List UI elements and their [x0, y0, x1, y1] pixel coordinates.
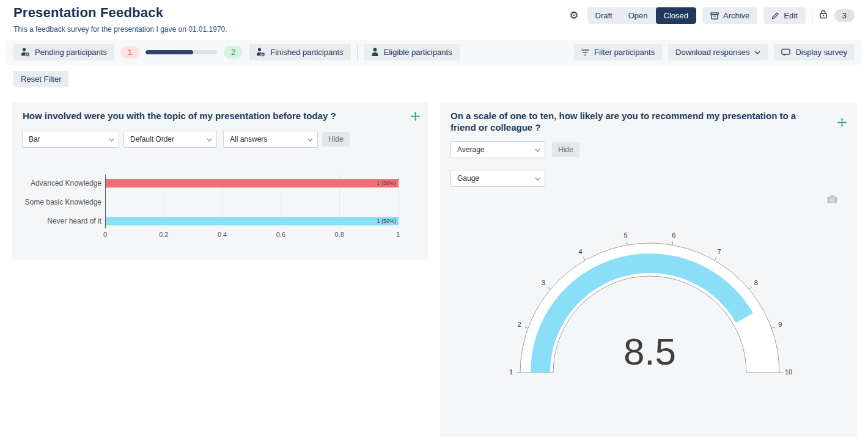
bar-value-label: 1 (50%)	[377, 180, 396, 186]
eligible-participants-label: Eligible participants	[384, 48, 452, 57]
edit-label: Edit	[784, 11, 797, 20]
status-button-open[interactable]: Open	[620, 7, 656, 24]
lock-icon	[818, 9, 828, 22]
question-panel-bar: How involved were you with the topic of …	[12, 102, 428, 260]
filter-icon	[581, 49, 589, 56]
gauge-tick	[524, 327, 528, 328]
status-button-draft[interactable]: Draft	[587, 7, 620, 24]
archive-icon	[710, 12, 719, 20]
settings-button[interactable]: ⚙	[567, 8, 581, 23]
filter-participants-button[interactable]: Filter participants	[574, 44, 662, 60]
eligible-participants-button[interactable]: Eligible participants	[364, 44, 460, 60]
filter-row: Reset Filter	[13, 71, 868, 87]
filter-participants-label: Filter participants	[594, 48, 655, 57]
question-panel-gauge: On a scale of one to ten, how likely are…	[440, 102, 857, 437]
person-x-icon	[21, 48, 30, 57]
category-label: Some basic Knowledge	[12, 198, 101, 206]
gauge-tick-label: 5	[624, 231, 628, 239]
edit-button[interactable]: Edit	[763, 7, 805, 24]
display-survey-button[interactable]: Display survey	[774, 44, 855, 60]
gauge-tick	[548, 287, 551, 289]
pending-participants-label: Pending participants	[35, 48, 107, 57]
download-responses-button[interactable]: Download responses	[668, 44, 768, 60]
x-tick-label: 0.6	[276, 231, 285, 238]
gauge-tick	[583, 257, 585, 260]
page-subtitle: This a feedback survey for the presentat…	[13, 25, 227, 34]
bar-chart: 00.20.40.60.81Advanced Knowledge1 (50%)S…	[12, 102, 428, 260]
display-icon	[781, 48, 790, 57]
gauge-tick	[672, 241, 673, 245]
toolbar-right: Filter participants Download responses D…	[574, 44, 855, 60]
pending-participants-button[interactable]: Pending participants	[13, 44, 114, 60]
gauge-tick-label: 9	[778, 321, 782, 328]
gauge-tick	[771, 327, 775, 328]
bar-value-label: 1 (50%)	[377, 218, 396, 224]
gauge-tick-label: 1	[509, 368, 513, 376]
gauge-tick-label: 6	[672, 231, 675, 239]
page-title: Presentation Feedback	[13, 5, 227, 21]
gauge-tick-label: 3	[542, 279, 545, 286]
header-controls: ⚙ Draft Open Closed Archive Edit	[567, 7, 855, 24]
x-tick-label: 0	[103, 231, 107, 238]
status-button-closed[interactable]: Closed	[656, 7, 696, 24]
gauge-tick-label: 10	[785, 368, 792, 376]
gear-icon: ⚙	[569, 10, 578, 21]
permission-count-badge[interactable]: 3	[834, 9, 855, 22]
bar: 1 (50%)	[106, 217, 399, 225]
gauge-tick-label: 2	[518, 321, 521, 328]
finished-participants-button[interactable]: Finished participants	[249, 44, 350, 60]
toolbar-divider	[357, 45, 358, 60]
person-icon	[371, 48, 379, 57]
archive-button[interactable]: Archive	[702, 7, 757, 24]
participants-toolbar: Pending participants 1 2 Finished partic…	[6, 40, 862, 65]
survey-status-group: Draft Open Closed	[587, 7, 696, 24]
gauge-tick	[715, 257, 716, 260]
survey-dashboard-page: Presentation Feedback This a feedback su…	[0, 0, 868, 444]
category-label: Never heard of it	[12, 217, 101, 225]
participants-progress-bar	[145, 50, 218, 54]
bar: 1 (50%)	[106, 179, 399, 187]
pencil-icon	[771, 12, 779, 20]
archive-label: Archive	[723, 11, 749, 20]
x-tick-label: 1	[396, 231, 400, 238]
gauge-tick-label: 8	[754, 279, 758, 286]
reset-filter-button[interactable]: Reset Filter	[13, 71, 68, 87]
x-tick-label: 0.4	[218, 231, 227, 238]
gauge-tick	[749, 287, 752, 289]
finished-participants-label: Finished participants	[270, 48, 343, 57]
gauge-value: 8.5	[623, 330, 676, 373]
gauge-chart: 123456789108.5	[440, 102, 857, 437]
gauge-tick-label: 4	[578, 248, 582, 255]
person-check-icon	[256, 48, 265, 57]
pending-count-pill: 1	[120, 46, 139, 59]
header-titles: Presentation Feedback This a feedback su…	[13, 5, 227, 34]
chevron-down-icon	[754, 51, 760, 54]
finished-count-pill: 2	[224, 46, 243, 59]
gauge-tick	[627, 241, 627, 245]
download-responses-label: Download responses	[675, 48, 749, 57]
participants-progress-fill	[145, 50, 193, 54]
category-label: Advanced Knowledge	[12, 179, 101, 187]
toolbar-left: Pending participants 1 2 Finished partic…	[13, 44, 460, 60]
x-tick-label: 0.2	[159, 231, 168, 238]
x-tick-label: 0.8	[335, 231, 344, 238]
header: Presentation Feedback This a feedback su…	[0, 0, 868, 34]
display-survey-label: Display survey	[795, 48, 847, 57]
header-divider	[812, 8, 812, 24]
gauge-tick-label: 7	[717, 248, 721, 255]
